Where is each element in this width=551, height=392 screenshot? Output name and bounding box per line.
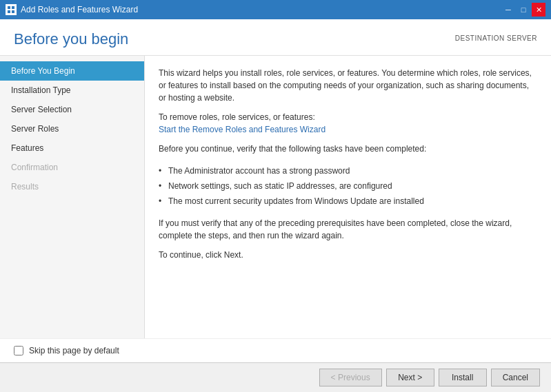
minimize-button[interactable]: ─ — [501, 3, 515, 17]
checklist-item-1: The Administrator account has a strong p… — [159, 163, 537, 178]
footer: < Previous Next > Install Cancel — [0, 362, 551, 392]
titlebar-title: Add Roles and Features Wizard — [21, 5, 138, 14]
install-button[interactable]: Install — [439, 369, 487, 386]
next-button[interactable]: Next > — [386, 369, 434, 386]
sidebar-item-server-roles[interactable]: Server Roles — [0, 119, 144, 138]
continue-text: To continue, click Next. — [159, 250, 537, 260]
window-controls: ─ □ ✕ — [501, 3, 545, 17]
verify-label: Before you continue, verify that the fol… — [159, 143, 537, 155]
maximize-button[interactable]: □ — [517, 3, 530, 17]
destination-server-label: DESTINATION SERVER — [455, 34, 537, 42]
skip-default-label[interactable]: Skip this page by default — [29, 346, 119, 355]
close-button[interactable]: ✕ — [532, 3, 545, 17]
svg-rect-1 — [12, 6, 14, 9]
sidebar-item-confirmation: Confirmation — [0, 158, 144, 177]
sidebar: Before You Begin Installation Type Serve… — [0, 56, 145, 338]
cancel-button[interactable]: Cancel — [491, 369, 540, 386]
sidebar-item-before-you-begin[interactable]: Before You Begin — [0, 61, 144, 81]
checklist: The Administrator account has a strong p… — [159, 163, 537, 209]
svg-rect-0 — [8, 6, 10, 9]
main-content-panel: This wizard helps you install roles, rol… — [145, 56, 551, 338]
page-title: Before you begin — [14, 30, 128, 48]
sidebar-item-results: Results — [0, 177, 144, 196]
checkbox-area: Skip this page by default — [0, 338, 551, 362]
titlebar-left: Add Roles and Features Wizard — [6, 4, 138, 15]
sidebar-item-features[interactable]: Features — [0, 138, 144, 158]
content-area: Before You Begin Installation Type Serve… — [0, 56, 551, 338]
prereq-text: If you must verify that any of the prece… — [159, 217, 537, 242]
main-window: Before you begin DESTINATION SERVER Befo… — [0, 19, 551, 392]
svg-rect-2 — [8, 10, 10, 13]
checklist-item-3: The most current security updates from W… — [159, 194, 537, 209]
header: Before you begin DESTINATION SERVER — [0, 19, 551, 56]
app-icon — [6, 4, 17, 15]
checklist-item-2: Network settings, such as static IP addr… — [159, 178, 537, 194]
remove-label: To remove roles, role services, or featu… — [159, 112, 537, 122]
sidebar-item-server-selection[interactable]: Server Selection — [0, 100, 144, 119]
intro-text: This wizard helps you install roles, rol… — [159, 67, 537, 104]
remove-wizard-link[interactable]: Start the Remove Roles and Features Wiza… — [159, 125, 325, 134]
titlebar: Add Roles and Features Wizard ─ □ ✕ — [0, 0, 551, 19]
svg-rect-3 — [12, 10, 14, 13]
previous-button[interactable]: < Previous — [319, 369, 382, 386]
sidebar-item-installation-type[interactable]: Installation Type — [0, 81, 144, 100]
skip-default-checkbox[interactable] — [14, 346, 23, 355]
